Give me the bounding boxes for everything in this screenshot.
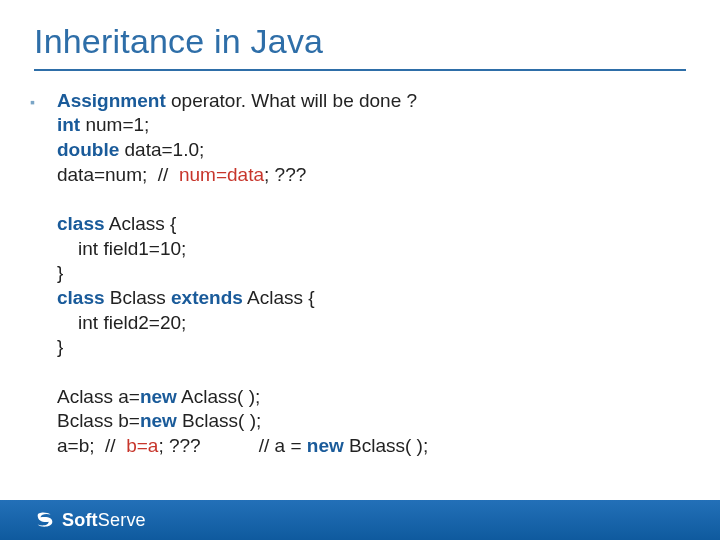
bullet-icon: ▪	[30, 90, 35, 115]
text: Aclass( );	[177, 386, 260, 407]
code-line: Bclass b=new Bclass( );	[57, 409, 428, 434]
text: Bclass b=	[57, 410, 140, 431]
text: Aclass {	[105, 213, 177, 234]
keyword: int	[57, 114, 80, 135]
code-line: class Aclass {	[57, 212, 428, 237]
intro-line: Assignment operator. What will be done ?	[57, 89, 428, 114]
text: ; ??? // a =	[158, 435, 306, 456]
brand-text-left: Soft	[62, 510, 98, 531]
brand-logo: SoftServe	[34, 509, 146, 531]
text: Aclass a=	[57, 386, 140, 407]
bullet-item: ▪ Assignment operator. What will be done…	[30, 89, 690, 459]
text: Bclass	[105, 287, 172, 308]
text: data=1.0;	[119, 139, 204, 160]
keyword: new	[140, 410, 177, 431]
text: operator. What will be done ?	[166, 90, 417, 111]
code-line: double data=1.0;	[57, 138, 428, 163]
error-text: num=data	[179, 164, 264, 185]
blank-line	[57, 187, 428, 212]
keyword: new	[307, 435, 344, 456]
code-line: a=b; // b=a; ??? // a = new Bclass( );	[57, 434, 428, 459]
slide: Inheritance in Java ▪ Assignment operato…	[0, 0, 720, 540]
keyword: class	[57, 213, 105, 234]
keyword: double	[57, 139, 119, 160]
page-title: Inheritance in Java	[0, 0, 720, 67]
blank-line	[57, 360, 428, 385]
brand-icon	[34, 509, 56, 531]
text: Bclass( );	[344, 435, 428, 456]
code-line: int field2=20;	[57, 311, 428, 336]
code-line: int field1=10;	[57, 237, 428, 262]
text-bold: Assignment	[57, 90, 166, 111]
code-line: int num=1;	[57, 113, 428, 138]
error-text: b=a	[126, 435, 158, 456]
slide-content: ▪ Assignment operator. What will be done…	[0, 71, 720, 459]
text: num=1;	[80, 114, 149, 135]
text: a=b; //	[57, 435, 126, 456]
brand-text-right: Serve	[98, 510, 146, 531]
code-line: data=num; // num=data; ???	[57, 163, 428, 188]
text: data=num; //	[57, 164, 179, 185]
keyword: new	[140, 386, 177, 407]
code-block: Assignment operator. What will be done ?…	[57, 89, 428, 459]
code-line: Aclass a=new Aclass( );	[57, 385, 428, 410]
code-line: }	[57, 335, 428, 360]
keyword: extends	[171, 287, 243, 308]
code-line: }	[57, 261, 428, 286]
code-line: class Bclass extends Aclass {	[57, 286, 428, 311]
text: Bclass( );	[177, 410, 261, 431]
keyword: class	[57, 287, 105, 308]
text: ; ???	[264, 164, 306, 185]
text: Aclass {	[243, 287, 315, 308]
footer-bar: SoftServe	[0, 500, 720, 540]
